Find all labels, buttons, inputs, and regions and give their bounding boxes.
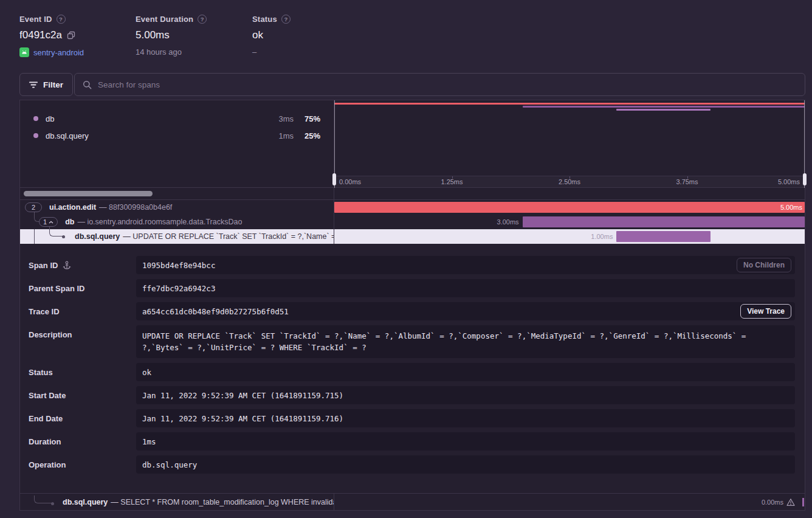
- span-row-db-sql-query-selected[interactable]: db.sql.query — UPDATE OR REPLACE `Track`…: [20, 229, 805, 244]
- tree-scroll-track: [20, 188, 334, 199]
- op-name: db.sql.query: [46, 131, 89, 140]
- span-op: db: [65, 218, 74, 226]
- axis-label-2-50ms: 2.50ms: [559, 178, 580, 185]
- detail-row-start-date: Start Date Jan 11, 2022 9:52:39 AM CET (…: [29, 386, 795, 404]
- axis-left-spacer: [20, 176, 334, 188]
- span-search[interactable]: [74, 73, 805, 96]
- detail-label: Span ID: [29, 261, 58, 270]
- span-duration: 1.00ms: [591, 233, 613, 240]
- detail-row-duration: Duration 1ms: [29, 432, 795, 451]
- span-row-db-sql-query-sibling[interactable]: db.sql.query — SELECT * FROM room_table_…: [20, 493, 805, 510]
- duration-value: 1ms: [136, 432, 795, 451]
- span-row-db[interactable]: 1 db — io.sentry.android.roomsample.data…: [20, 215, 805, 229]
- detail-label: Start Date: [29, 391, 66, 400]
- search-icon: [83, 80, 92, 89]
- chevron-up-icon: [49, 221, 53, 224]
- status-block: Status ? ok –: [252, 15, 291, 57]
- axis-label-5ms: 5.00ms: [778, 178, 800, 185]
- event-id-block: Event ID ? f0491c2a sentry-android: [19, 15, 84, 57]
- detail-row-end-date: End Date Jan 11, 2022 9:52:39 AM CET (16…: [29, 409, 795, 427]
- detail-row-operation: Operation db.sql.query: [29, 455, 795, 474]
- detail-row-status: Status ok: [29, 363, 795, 381]
- anchor-icon[interactable]: [63, 261, 71, 270]
- op-duration: 1ms: [266, 131, 294, 140]
- event-id-label: Event ID: [19, 15, 52, 24]
- parent-span-id-value: ffe7dbc92a6942c3: [136, 279, 795, 297]
- status-label: Status: [252, 15, 277, 24]
- span-duration: 5.00ms: [780, 204, 802, 211]
- span-id-value: 1095bd4ef8e94bcc No Children: [136, 256, 795, 274]
- no-children-button[interactable]: No Children: [737, 258, 791, 272]
- view-trace-button[interactable]: View Trace: [740, 304, 791, 319]
- span-op: db.sql.query: [75, 232, 120, 241]
- filter-button-label: Filter: [43, 80, 63, 89]
- op-duration: 3ms: [266, 114, 294, 123]
- filter-button[interactable]: Filter: [19, 73, 73, 96]
- detail-label: End Date: [29, 414, 63, 423]
- op-color-dot: [33, 116, 38, 121]
- span-details: Span ID 1095bd4ef8e94bcc No Children Par…: [20, 244, 805, 493]
- minimap-left-handle[interactable]: [332, 173, 336, 185]
- tree-connector: [34, 229, 35, 244]
- tree-connector: [49, 226, 63, 237]
- span-tree: 2 ui.action.edit — 88f300998a0b4e6f 5.00…: [20, 200, 805, 244]
- event-id-label-row: Event ID ?: [19, 15, 84, 24]
- span-row-ui-action-edit[interactable]: 2 ui.action.edit — 88f300998a0b4e6f 5.00…: [20, 200, 805, 215]
- span-bar: [802, 498, 804, 506]
- axis-label-3-75ms: 3.75ms: [676, 178, 698, 185]
- op-percent: 75%: [294, 114, 320, 123]
- span-desc: — 88f300998a0b4e6f: [99, 203, 172, 212]
- legend-row-db-sql-query[interactable]: db.sql.query 1ms 25%: [20, 127, 334, 144]
- detail-row-description: Description UPDATE OR REPLACE `Track` SE…: [29, 325, 795, 358]
- start-date-value: Jan 11, 2022 9:52:39 AM CET (1641891159.…: [136, 386, 795, 404]
- span-collapse-badge[interactable]: 1: [39, 217, 58, 227]
- axis-label-1-25ms: 1.25ms: [441, 178, 463, 185]
- detail-row-span-id: Span ID 1095bd4ef8e94bcc No Children: [29, 256, 795, 274]
- detail-row-parent-span-id: Parent Span ID ffe7dbc92a6942c3: [29, 279, 795, 297]
- trace-id-value: a654cc61dc0b48ef9d0b27275b6f0d51 View Tr…: [136, 302, 795, 320]
- status-value: ok: [252, 29, 263, 41]
- tree-horizontal-scrollbar[interactable]: [24, 191, 153, 196]
- project-link[interactable]: sentry-android: [33, 48, 84, 57]
- description-value: UPDATE OR REPLACE `Track` SET `TrackId` …: [136, 325, 795, 358]
- span-bar: [616, 231, 710, 242]
- event-duration-value: 5.00ms: [136, 29, 170, 41]
- event-id-value: f0491c2a: [19, 29, 62, 41]
- copy-icon[interactable]: [67, 31, 75, 40]
- span-children-badge[interactable]: 2: [25, 202, 42, 212]
- time-axis: 0.00ms 1.25ms 2.50ms 3.75ms 5.00ms: [334, 176, 805, 188]
- detail-label: Parent Span ID: [29, 284, 84, 293]
- detail-row-trace-id: Trace ID a654cc61dc0b48ef9d0b27275b6f0d5…: [29, 302, 795, 320]
- tree-connector: [34, 496, 52, 503]
- detail-label: Operation: [29, 460, 66, 469]
- detail-label: Duration: [29, 437, 61, 446]
- status-sub: –: [252, 47, 256, 57]
- warning-icon: [786, 498, 795, 506]
- minimap-span-db: [523, 106, 805, 108]
- minimap-right-handle[interactable]: [803, 173, 807, 185]
- op-name: db: [46, 114, 54, 123]
- minimap-span-db-sql-query: [616, 109, 710, 111]
- event-id-help-icon[interactable]: ?: [57, 15, 66, 24]
- trace-waterfall-panel: db 3ms 75% db.sql.query 1ms 25%: [19, 100, 805, 511]
- span-op: db.sql.query: [63, 498, 108, 506]
- span-bar: [523, 216, 805, 227]
- detail-label: Status: [29, 368, 53, 377]
- operations-breakdown: db 3ms 75% db.sql.query 1ms 25%: [20, 100, 334, 176]
- scroll-right-spacer: [334, 188, 805, 199]
- timeline-minimap[interactable]: [334, 100, 805, 176]
- status-help-icon[interactable]: ?: [281, 15, 291, 24]
- search-input[interactable]: [98, 80, 797, 89]
- event-duration-block: Event Duration ? 5.00ms 14 hours ago: [136, 15, 207, 57]
- span-bar: 5.00ms: [334, 202, 805, 213]
- detail-label: Trace ID: [29, 307, 60, 316]
- op-color-dot: [33, 133, 38, 138]
- event-duration-help-icon[interactable]: ?: [198, 15, 207, 24]
- legend-row-db[interactable]: db 3ms 75%: [20, 110, 334, 127]
- filter-icon: [29, 81, 38, 88]
- event-duration-label: Event Duration: [136, 15, 193, 24]
- span-desc: — UPDATE OR REPLACE `Track` SET `TrackId…: [123, 232, 334, 241]
- operation-value: db.sql.query: [136, 455, 795, 474]
- event-detail-page: Event ID ? f0491c2a sentry-android Event…: [0, 0, 812, 518]
- span-duration: 3.00ms: [497, 218, 519, 226]
